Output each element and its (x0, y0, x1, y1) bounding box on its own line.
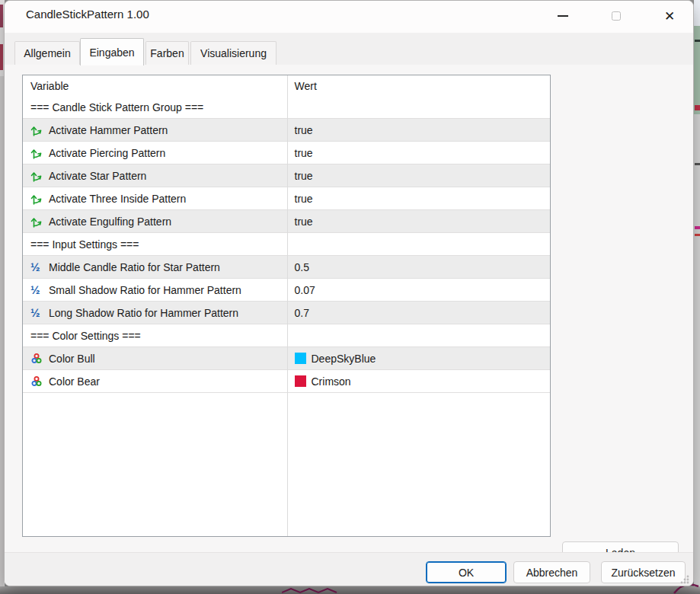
row-variable-cell: ½ Activate Three Inside Pattern (23, 193, 287, 205)
table-row[interactable]: ½ Activate Star Pattern true (23, 164, 550, 187)
tab-allgemein[interactable]: Allgemein (14, 41, 80, 65)
row-variable-cell: ½ === Input Settings === (23, 238, 287, 251)
row-value-cell[interactable]: 0.07 (287, 284, 551, 296)
dialog-footer: OK Abbrechen Zurücksetzen (5, 552, 693, 586)
parameter-table: Variable Wert ½ (22, 75, 551, 537)
param-table-rows: ½ === Candle Stick Pattern Group === (23, 96, 550, 393)
settings-dialog: CandleStickPattern 1.00 ✕ Allgemein Eing… (4, 0, 694, 586)
table-row[interactable]: ½ Activate Three Inside Pattern true (23, 187, 550, 210)
close-icon: ✕ (664, 10, 675, 23)
minimize-icon (558, 15, 568, 17)
number-input-icon: ½ (30, 306, 49, 319)
reset-button[interactable]: Zurücksetzen (601, 561, 686, 583)
window-title: CandleStickPattern 1.00 (26, 8, 149, 21)
table-row[interactable]: ½ === Input Settings === (23, 233, 550, 256)
row-label: Activate Star Pattern (49, 170, 146, 182)
row-variable-cell: ½ === Color Settings === (23, 330, 287, 342)
row-value-cell[interactable]: DeepSkyBlue (287, 353, 551, 365)
row-value-cell[interactable]: true (287, 124, 551, 136)
row-variable-cell: ½ Activate Engulfing Pattern (23, 216, 287, 228)
row-label: Activate Hammer Pattern (49, 124, 168, 136)
background-right-mark (695, 234, 700, 236)
tab-content-pane: Variable Wert ½ (5, 65, 693, 552)
row-value-cell[interactable]: 0.5 (287, 261, 551, 273)
row-value-text: 0.07 (295, 284, 315, 296)
table-row[interactable]: ½ Activate Piercing Pattern true (23, 142, 550, 164)
row-label: === Input Settings === (30, 238, 139, 251)
row-variable-cell: ½ Activate Star Pattern (23, 170, 287, 182)
table-row[interactable]: ½ Activate Hammer Pattern true (23, 119, 550, 142)
boolean-input-icon (30, 216, 49, 228)
title-bar[interactable]: CandleStickPattern 1.00 ✕ (5, 1, 693, 33)
column-divider[interactable] (287, 75, 288, 536)
number-input-icon: ½ (30, 260, 49, 273)
row-value-cell[interactable]: Crimson (287, 375, 551, 388)
row-label: === Candle Stick Pattern Group === (30, 101, 203, 113)
row-value-cell[interactable]: true (287, 147, 551, 159)
background-left-mark (0, 5, 3, 27)
header-variable: Variable (23, 80, 287, 92)
maximize-icon (612, 11, 621, 21)
background-chart-zigzag (282, 587, 343, 594)
row-value-text: 0.5 (295, 261, 309, 273)
boolean-input-icon (30, 147, 49, 159)
color-input-icon (30, 353, 49, 365)
background-right-sky (694, 0, 700, 26)
row-label: Small Shadow Ratio for Hammer Pattern (49, 284, 241, 296)
row-value-cell[interactable]: true (287, 193, 551, 205)
row-value-text: DeepSkyBlue (312, 353, 376, 365)
table-header-row: Variable Wert (23, 75, 550, 96)
row-label: === Color Settings === (30, 330, 141, 342)
header-value: Wert (287, 80, 551, 92)
row-variable-cell: ½ Activate Hammer Pattern (23, 124, 287, 136)
table-row[interactable]: ½ Color Bull DeepSkyBlue (23, 347, 550, 370)
row-value-text: true (295, 216, 313, 228)
table-row[interactable]: ½ Color Bear Crimson (23, 370, 550, 393)
cancel-button[interactable]: Abbrechen (513, 561, 590, 583)
row-value-text: Crimson (312, 375, 351, 388)
row-variable-cell: ½ Long Shadow Ratio for Hammer Pattern (23, 306, 287, 319)
row-variable-cell: ½ Color Bear (23, 375, 287, 388)
caption-buttons: ✕ (548, 1, 685, 31)
row-label: Color Bear (49, 375, 100, 388)
minimize-button[interactable] (548, 1, 578, 31)
color-swatch (295, 375, 306, 387)
boolean-input-icon (30, 124, 49, 136)
row-value-text: true (295, 170, 313, 182)
row-label: Long Shadow Ratio for Hammer Pattern (49, 307, 238, 319)
row-variable-cell: ½ Small Shadow Ratio for Hammer Pattern (23, 283, 287, 296)
number-input-icon: ½ (30, 283, 49, 296)
row-value-cell[interactable]: true (287, 170, 551, 182)
boolean-input-icon (30, 170, 49, 182)
background-left-mark (0, 44, 3, 70)
background-right-mark (695, 163, 700, 165)
row-value-text: true (295, 193, 313, 205)
background-right-mark (695, 40, 700, 42)
tab-eingaben[interactable]: Eingaben (80, 38, 144, 65)
resize-grip[interactable] (679, 573, 690, 585)
row-value-cell[interactable]: true (287, 216, 551, 228)
background-right-mark (695, 105, 700, 110)
color-swatch (295, 353, 306, 364)
ok-button[interactable]: OK (426, 561, 507, 583)
tab-visualisierung[interactable]: Visualisierung (190, 41, 276, 65)
row-value-cell[interactable]: 0.7 (287, 307, 551, 319)
row-variable-cell: ½ Activate Piercing Pattern (23, 147, 287, 159)
tab-strip: Allgemein Eingaben Farben Visualisierung (5, 33, 693, 65)
table-row[interactable]: ½ === Candle Stick Pattern Group === (23, 96, 550, 119)
maximize-button (601, 1, 631, 31)
row-variable-cell: ½ Color Bull (23, 353, 287, 365)
row-label: Activate Piercing Pattern (49, 147, 165, 159)
table-row[interactable]: ½ Activate Engulfing Pattern true (23, 210, 550, 233)
table-row[interactable]: ½ Long Shadow Ratio for Hammer Pattern 0… (23, 302, 550, 324)
boolean-input-icon (30, 193, 49, 205)
table-row[interactable]: ½ === Color Settings === (23, 324, 550, 347)
row-value-text: true (295, 124, 313, 136)
table-row[interactable]: ½ Middle Candle Ratio for Star Pattern 0… (23, 256, 550, 279)
close-button[interactable]: ✕ (654, 1, 685, 31)
background-right-mark (695, 226, 700, 229)
table-row[interactable]: ½ Small Shadow Ratio for Hammer Pattern … (23, 279, 550, 302)
tab-farben[interactable]: Farben (145, 41, 189, 65)
background-bottom-strip (0, 586, 700, 594)
desktop-background: CandleStickPattern 1.00 ✕ Allgemein Eing… (0, 0, 700, 594)
